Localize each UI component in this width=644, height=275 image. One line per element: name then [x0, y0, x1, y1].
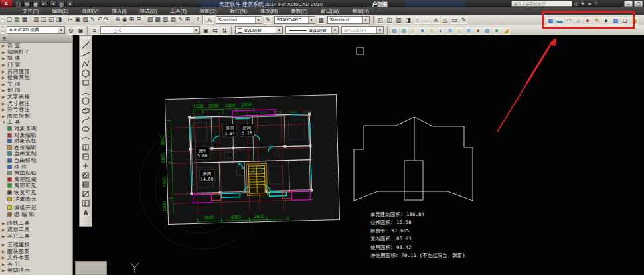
- markup-icon[interactable]: ✎: [177, 15, 184, 23]
- workspace-save-icon[interactable]: ▣: [76, 26, 85, 35]
- layer-on-icon[interactable]: ○: [409, 26, 418, 35]
- sidebar-item[interactable]: ▶ 帮助演示: [0, 267, 72, 274]
- tz-show-icon[interactable]: ●: [602, 16, 611, 25]
- designcenter-icon[interactable]: ▩: [154, 15, 161, 23]
- dim-aligned-icon[interactable]: ◫: [385, 15, 394, 24]
- tolerance-icon[interactable]: △: [441, 15, 449, 24]
- menu-item[interactable]: 帮助(H): [345, 7, 375, 15]
- tz-select-icon[interactable]: ⊡: [621, 16, 629, 25]
- circle-icon[interactable]: [80, 96, 91, 106]
- open-icon[interactable]: ▤: [23, 1, 31, 7]
- sidebar-item[interactable]: 组 编 辑: [0, 211, 72, 217]
- color-combo[interactable]: ByLayer▼: [235, 26, 283, 34]
- table-style-combo[interactable]: Standard▼: [327, 16, 370, 24]
- freeze-other-icon[interactable]: ❄: [465, 26, 473, 35]
- properties-icon[interactable]: ▧: [147, 15, 154, 23]
- layer-match-icon[interactable]: ●: [493, 26, 501, 35]
- text-style-icon[interactable]: A: [205, 15, 214, 24]
- region-icon[interactable]: [80, 189, 91, 199]
- tz-dock-icon[interactable]: ◠: [565, 16, 574, 25]
- 3ddwf-icon[interactable]: ◨: [56, 15, 63, 23]
- workspace-settings-icon[interactable]: ⚙: [67, 26, 76, 35]
- building-outline[interactable]: [354, 117, 473, 201]
- insert-block-icon[interactable]: [80, 143, 91, 152]
- tz-globe-icon[interactable]: ◍: [390, 26, 399, 35]
- toolbar-grip[interactable]: [1, 26, 4, 35]
- polygon-icon[interactable]: [80, 68, 91, 78]
- thaw-icon[interactable]: ☼: [455, 26, 464, 35]
- layer-isolate-icon[interactable]: ⇅: [220, 26, 229, 35]
- zoom-previous-icon[interactable]: ⊟: [135, 15, 142, 23]
- menu-item[interactable]: 工具(T): [164, 7, 194, 15]
- lineweight-combo[interactable]: BYCOLOR▼: [341, 26, 384, 34]
- tz-command-bar-icon[interactable]: ▬: [556, 16, 564, 25]
- layer-paint-icon[interactable]: ◢: [502, 26, 511, 35]
- workspace-combo[interactable]: AutoCAD 经典▼: [7, 26, 65, 34]
- layer-prev-icon[interactable]: ⇆: [211, 26, 220, 35]
- undo-icon[interactable]: ↶: [96, 15, 103, 23]
- save-icon[interactable]: ▦: [32, 1, 39, 7]
- zoom-window-icon[interactable]: ⊞: [129, 15, 135, 23]
- tz-edit-icon[interactable]: ✎: [593, 16, 602, 25]
- menu-item[interactable]: 参数(P): [284, 7, 314, 15]
- sidebar-item[interactable]: ▶ 其它工具: [0, 232, 72, 239]
- quickcalc-icon[interactable]: ⊞: [184, 15, 191, 23]
- layer-states-icon[interactable]: ▣: [202, 26, 210, 35]
- ellipse-arc-icon[interactable]: [80, 134, 91, 143]
- sidebar-item[interactable]: 消重图元: [0, 195, 72, 202]
- pan-icon[interactable]: ⊕: [114, 15, 121, 23]
- edit-text-icon[interactable]: ✎: [459, 15, 468, 24]
- menu-item[interactable]: 插入(I): [106, 7, 133, 15]
- mtext-icon[interactable]: A: [432, 15, 440, 24]
- tz-view-icon[interactable]: ◍: [400, 26, 408, 35]
- layer-combo[interactable]: ○ ☼ ▫ ◻ 0▼: [100, 26, 200, 34]
- help-icon[interactable]: ?: [195, 15, 200, 23]
- menu-item[interactable]: 视图(V): [76, 7, 106, 15]
- make-block-icon[interactable]: [80, 152, 91, 161]
- hatch-icon[interactable]: [80, 171, 91, 180]
- tz-grid-icon[interactable]: ▦: [611, 16, 620, 25]
- paste-icon[interactable]: ▨: [82, 15, 89, 23]
- exchange-icon[interactable]: ✈: [581, 1, 585, 7]
- menu-item[interactable]: 修改(M): [254, 7, 284, 15]
- tz-screen-menu-icon[interactable]: ▦: [546, 16, 555, 25]
- redo-icon[interactable]: ↷: [104, 15, 110, 23]
- copy-icon[interactable]: ▣: [74, 15, 82, 23]
- toolbar-grip[interactable]: [82, 37, 90, 39]
- tz-home-icon[interactable]: ⌂: [574, 16, 583, 25]
- arc-icon[interactable]: [80, 87, 91, 96]
- menu-item[interactable]: 标注(N): [224, 7, 254, 15]
- plot-icon[interactable]: ▥: [58, 1, 65, 7]
- toolbar-grip[interactable]: [1, 15, 4, 24]
- autocad-logo-icon[interactable]: A: [1, 0, 12, 7]
- rectangle-icon[interactable]: [80, 78, 91, 87]
- new-icon[interactable]: ▢: [6, 15, 13, 23]
- tz-hide-icon[interactable]: ●: [584, 16, 592, 25]
- menu-item[interactable]: 绘图(D): [193, 7, 223, 15]
- cut-icon[interactable]: ✂: [67, 15, 74, 23]
- text-style-combo[interactable]: Standard▼: [216, 16, 262, 24]
- plot-icon[interactable]: ▥: [33, 15, 40, 23]
- selection-square[interactable]: [357, 48, 364, 54]
- menu-item[interactable]: 格式(O): [133, 7, 164, 15]
- dim-style-icon[interactable]: ✎: [264, 15, 272, 24]
- mtext-icon[interactable]: A: [80, 208, 91, 217]
- lock-icon[interactable]: ●: [474, 26, 483, 35]
- sidebar-item[interactable]: 编组开启: [0, 205, 72, 211]
- dim-style-combo[interactable]: STANDARD▼: [274, 16, 315, 24]
- layer-off-icon[interactable]: ●: [418, 26, 427, 35]
- table-icon[interactable]: [80, 199, 91, 208]
- polyline-icon[interactable]: [80, 59, 91, 68]
- layer-freeze-icon[interactable]: ◐: [437, 26, 445, 35]
- tool-palettes-icon[interactable]: ▥: [162, 15, 169, 23]
- sidebar-item[interactable]: 自由移动: [0, 157, 72, 164]
- layer-properties-icon[interactable]: ≡: [90, 26, 99, 35]
- zoom-realtime-icon[interactable]: ◉: [121, 15, 128, 23]
- dim-angular-icon[interactable]: ↑: [413, 15, 422, 24]
- dim-linear-icon[interactable]: ◰: [376, 15, 384, 24]
- gradient-icon[interactable]: [80, 180, 91, 189]
- dim-continue-icon[interactable]: ↔: [422, 15, 431, 24]
- table-icon[interactable]: ▭: [450, 15, 459, 24]
- dim-ordinate-icon[interactable]: ▥: [394, 15, 403, 24]
- undo-icon[interactable]: ↶: [40, 1, 48, 7]
